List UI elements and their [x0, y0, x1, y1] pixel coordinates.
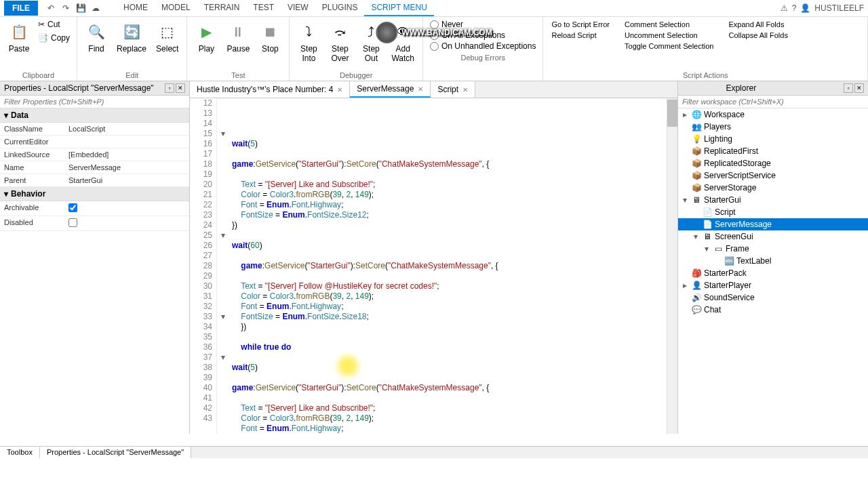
- help-icon[interactable]: ?: [792, 3, 797, 13]
- notification-icon[interactable]: ⚠: [781, 3, 788, 13]
- bottom-tabs: Toolbox Properties - LocalScript "Server…: [0, 446, 868, 458]
- data-section-header[interactable]: ▾Data: [0, 108, 189, 123]
- tree-label: Frame: [726, 244, 749, 253]
- paste-button[interactable]: 📋 Paste: [4, 18, 34, 56]
- save-icon[interactable]: 💾: [75, 2, 87, 14]
- editor-tab[interactable]: Script✕: [431, 81, 475, 98]
- ribbon-tab-test[interactable]: TEST: [246, 0, 281, 16]
- bottom-tab-properties[interactable]: Properties - LocalScript "ServerMessage": [40, 447, 191, 458]
- replace-button[interactable]: 🔄Replace: [113, 18, 151, 56]
- tree-item-chat[interactable]: 💬Chat: [678, 304, 868, 316]
- expander-icon[interactable]: ▸: [681, 110, 689, 119]
- prop-linkedsource: LinkedSource[Embedded]: [0, 148, 189, 161]
- uncomment-button[interactable]: Uncomment Selection: [623, 30, 699, 40]
- paste-icon: 📋: [8, 21, 30, 43]
- username[interactable]: HUSTILEELF: [814, 3, 864, 13]
- tree-item-replicatedstorage[interactable]: 📦ReplicatedStorage: [678, 157, 868, 169]
- play-button[interactable]: ▶Play: [191, 18, 221, 56]
- find-button[interactable]: 🔍Find: [81, 18, 111, 56]
- tree-item-starterpack[interactable]: 🎒StarterPack: [678, 267, 868, 279]
- code-text[interactable]: wait(5)game:GetService("StarterGui"):Set…: [229, 98, 667, 434]
- step-into-button[interactable]: ⤵Step Into: [294, 18, 323, 66]
- tree-icon: 📦: [691, 170, 702, 181]
- archivable-checkbox[interactable]: [68, 203, 77, 212]
- ribbon-tab-model[interactable]: MODEL: [155, 0, 197, 16]
- select-button[interactable]: ⬚Select: [152, 18, 182, 56]
- properties-filter-input[interactable]: [0, 96, 189, 108]
- comment-button[interactable]: Comment Selection: [623, 20, 691, 29]
- prop-name: NameServerMessage: [0, 161, 189, 174]
- ribbon-tab-terrain[interactable]: TERRAIN: [197, 0, 247, 16]
- bottom-tab-toolbox[interactable]: Toolbox: [0, 447, 40, 458]
- play-icon: ▶: [195, 21, 217, 43]
- tree-item-soundservice[interactable]: 🔊SoundService: [678, 291, 868, 304]
- tree-item-lighting[interactable]: 💡Lighting: [678, 133, 868, 145]
- tree-item-startergui[interactable]: ▾🖥StarterGui: [678, 194, 868, 206]
- redo-icon[interactable]: ↷: [60, 2, 72, 14]
- publish-icon[interactable]: ☁: [90, 2, 102, 14]
- collapse-icon: ▾: [4, 110, 8, 120]
- replace-icon: 🔄: [121, 21, 142, 43]
- explorer-title: Explorer ▫ ✕: [678, 81, 868, 96]
- expander-icon[interactable]: ▾: [681, 195, 689, 205]
- vertical-scrollbar[interactable]: [667, 98, 677, 434]
- tree-icon: 🔤: [724, 256, 734, 266]
- panel-dock-icon[interactable]: ▫: [165, 83, 174, 93]
- tree-item-servermessage[interactable]: 📄ServerMessage: [678, 218, 868, 230]
- panel-dock-icon[interactable]: ▫: [844, 83, 853, 93]
- cut-button[interactable]: ✂Cut: [35, 18, 73, 30]
- expander-icon[interactable]: ▾: [703, 244, 711, 253]
- tree-item-starterplayer[interactable]: ▸👤StarterPlayer: [678, 279, 868, 291]
- collapse-folds-button[interactable]: Collapse All Folds: [727, 30, 789, 40]
- tree-icon: 🔊: [691, 292, 702, 303]
- close-icon[interactable]: ✕: [337, 86, 342, 94]
- tree-label: StarterPlayer: [704, 281, 751, 290]
- editor-tabs: Hustle Industry's™'s Place Number: 4✕Ser…: [190, 81, 677, 98]
- collapse-icon: ▾: [4, 189, 8, 199]
- tree-label: Chat: [704, 305, 721, 314]
- step-over-button[interactable]: ⤼Step Over: [325, 18, 355, 66]
- stop-button[interactable]: ⏹Stop: [255, 18, 285, 56]
- expander-icon[interactable]: ▸: [681, 281, 689, 290]
- copy-button[interactable]: 📑Copy: [35, 32, 73, 44]
- toggle-comment-button[interactable]: Toggle Comment Selection: [623, 41, 715, 51]
- user-avatar-icon[interactable]: 👤: [800, 3, 810, 13]
- tree-item-script[interactable]: 📄Script: [678, 206, 868, 218]
- behavior-section-header[interactable]: ▾Behavior: [0, 187, 189, 201]
- tree-item-players[interactable]: 👥Players: [678, 121, 868, 133]
- tree-icon: 📦: [691, 158, 702, 169]
- tree-label: StarterGui: [704, 195, 741, 205]
- reload-script-button[interactable]: Reload Script: [550, 30, 597, 40]
- expander-icon[interactable]: ▾: [692, 232, 700, 241]
- fold-gutter[interactable]: ▾▾▾▾: [217, 98, 229, 434]
- tree-item-textlabel[interactable]: 🔤TextLabel: [678, 255, 868, 267]
- watermark-text: WWW.BANDICAM.COM: [401, 28, 492, 37]
- tree-item-serverscriptservice[interactable]: 📦ServerScriptService: [678, 169, 868, 182]
- panel-close-icon[interactable]: ✕: [854, 83, 864, 93]
- go-to-error-button[interactable]: Go to Script Error: [550, 20, 611, 29]
- line-gutter: 1213141516171819202122232425262728293031…: [190, 98, 217, 434]
- close-icon[interactable]: ✕: [418, 85, 423, 93]
- ribbon-tab-script-menu[interactable]: SCRIPT MENU: [364, 0, 433, 16]
- disabled-checkbox[interactable]: [68, 218, 77, 227]
- expand-folds-button[interactable]: Expand All Folds: [727, 20, 785, 29]
- editor-tab-label: Script: [437, 85, 458, 94]
- ribbon-tab-view[interactable]: VIEW: [281, 0, 315, 16]
- editor-tab[interactable]: Hustle Industry's™'s Place Number: 4✕: [190, 81, 350, 98]
- ribbon-tab-plugins[interactable]: PLUGINS: [315, 0, 365, 16]
- tree-item-serverstorage[interactable]: 📦ServerStorage: [678, 182, 868, 194]
- editor-tab[interactable]: ServerMessage✕: [350, 81, 431, 98]
- pause-button[interactable]: ⏸Pause: [222, 18, 254, 56]
- close-icon[interactable]: ✕: [462, 86, 468, 94]
- file-menu[interactable]: FILE: [4, 1, 38, 16]
- ribbon-tab-home[interactable]: HOME: [117, 0, 155, 16]
- tree-item-screengui[interactable]: ▾🖥ScreenGui: [678, 230, 868, 243]
- tree-item-frame[interactable]: ▾▭Frame: [678, 243, 868, 255]
- tree-item-replicatedfirst[interactable]: 📦ReplicatedFirst: [678, 145, 868, 157]
- tree-label: Workspace: [704, 110, 745, 119]
- code-editor[interactable]: 1213141516171819202122232425262728293031…: [190, 98, 677, 434]
- panel-close-icon[interactable]: ✕: [176, 83, 185, 93]
- explorer-filter-input[interactable]: [678, 96, 868, 108]
- tree-item-workspace[interactable]: ▸🌐Workspace: [678, 108, 868, 121]
- undo-icon[interactable]: ↶: [45, 2, 57, 14]
